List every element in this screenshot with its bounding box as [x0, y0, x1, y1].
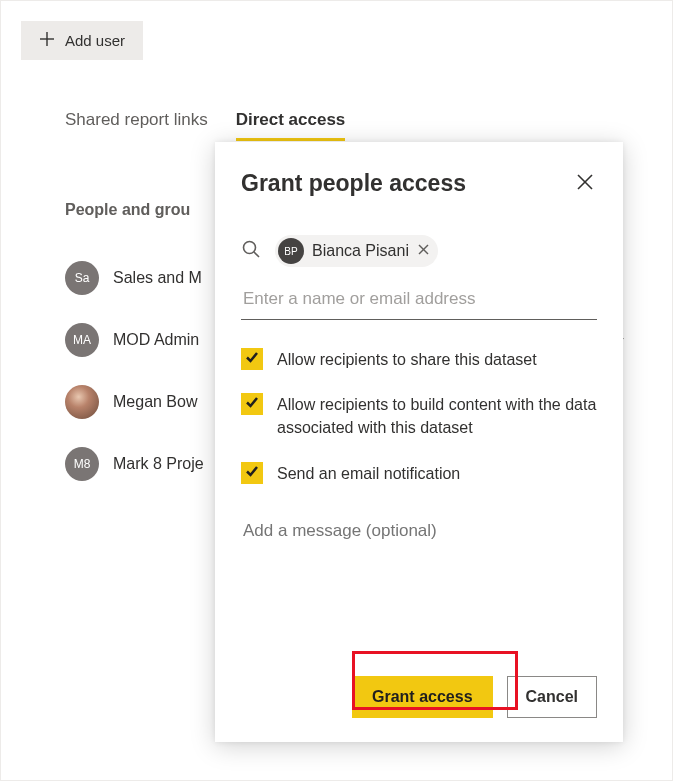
option-label-send-email: Send an email notification: [277, 462, 460, 485]
add-user-button[interactable]: Add user: [21, 21, 143, 60]
option-label-allow-share: Allow recipients to share this dataset: [277, 348, 537, 371]
option-label-allow-build: Allow recipients to build content with t…: [277, 393, 597, 439]
close-icon: [575, 180, 595, 195]
checkbox-allow-build[interactable]: [241, 393, 263, 415]
checkbox-allow-share[interactable]: [241, 348, 263, 370]
svg-line-5: [254, 252, 259, 257]
checkmark-icon: [245, 350, 259, 368]
close-icon: [417, 243, 430, 259]
close-button[interactable]: [573, 170, 597, 197]
grant-access-dialog: Grant people access BP Bianca Pisani: [215, 142, 623, 742]
checkmark-icon: [245, 464, 259, 482]
avatar: Sa: [65, 261, 99, 295]
chip-avatar: BP: [278, 238, 304, 264]
tabs: Shared report links Direct access: [65, 110, 652, 141]
tab-shared-report-links[interactable]: Shared report links: [65, 110, 208, 141]
chip-label: Bianca Pisani: [312, 242, 409, 260]
message-input[interactable]: [241, 519, 597, 543]
dialog-title: Grant people access: [241, 170, 466, 197]
svg-point-4: [244, 242, 256, 254]
add-user-label: Add user: [65, 32, 125, 49]
chip-remove-button[interactable]: [417, 243, 430, 259]
person-chip: BP Bianca Pisani: [275, 235, 438, 267]
grant-access-button[interactable]: Grant access: [352, 676, 493, 718]
search-icon: [241, 239, 261, 263]
plus-icon: [39, 31, 55, 50]
checkmark-icon: [245, 395, 259, 413]
avatar: MA: [65, 323, 99, 357]
tab-direct-access[interactable]: Direct access: [236, 110, 346, 141]
checkbox-send-email[interactable]: [241, 462, 263, 484]
name-email-input[interactable]: [241, 279, 597, 320]
cancel-button[interactable]: Cancel: [507, 676, 597, 718]
avatar: [65, 385, 99, 419]
avatar: M8: [65, 447, 99, 481]
